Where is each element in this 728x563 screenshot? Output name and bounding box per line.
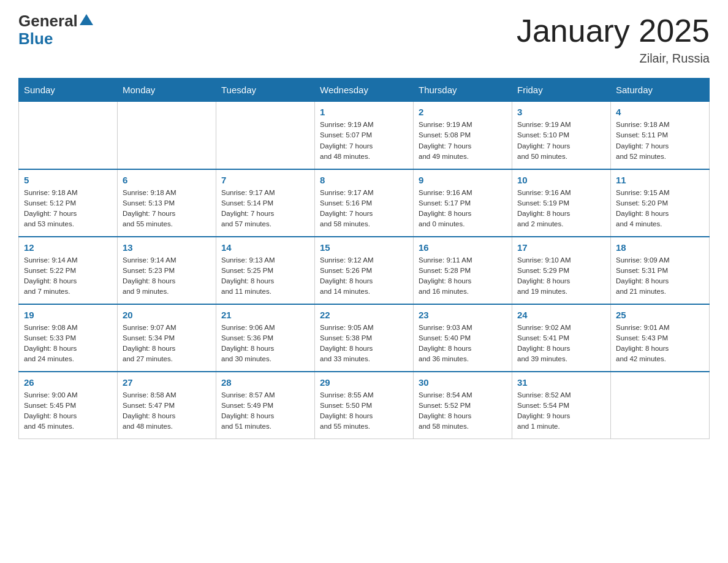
day-info: Sunrise: 9:09 AM Sunset: 5:31 PM Dayligh… (616, 255, 704, 297)
day-info: Sunrise: 8:55 AM Sunset: 5:50 PM Dayligh… (320, 390, 408, 432)
day-info: Sunrise: 9:16 AM Sunset: 5:19 PM Dayligh… (517, 188, 605, 230)
day-info: Sunrise: 9:19 AM Sunset: 5:08 PM Dayligh… (419, 120, 507, 162)
calendar-cell: 14Sunrise: 9:13 AM Sunset: 5:25 PM Dayli… (216, 237, 315, 304)
day-number: 17 (517, 242, 605, 253)
weekday-header-friday: Friday (512, 79, 611, 102)
logo-blue-text: Blue (18, 29, 53, 48)
day-info: Sunrise: 8:52 AM Sunset: 5:54 PM Dayligh… (517, 390, 605, 432)
day-info: Sunrise: 8:54 AM Sunset: 5:52 PM Dayligh… (419, 390, 507, 432)
day-info: Sunrise: 9:05 AM Sunset: 5:38 PM Dayligh… (320, 323, 408, 365)
day-number: 31 (517, 377, 605, 388)
calendar-cell: 30Sunrise: 8:54 AM Sunset: 5:52 PM Dayli… (414, 372, 512, 439)
calendar-week-row: 12Sunrise: 9:14 AM Sunset: 5:22 PM Dayli… (19, 237, 710, 304)
day-info: Sunrise: 9:15 AM Sunset: 5:20 PM Dayligh… (616, 188, 704, 230)
location: Zilair, Russia (517, 52, 710, 66)
calendar-cell: 24Sunrise: 9:02 AM Sunset: 5:41 PM Dayli… (512, 304, 611, 372)
day-info: Sunrise: 9:01 AM Sunset: 5:43 PM Dayligh… (616, 323, 704, 365)
calendar-cell: 15Sunrise: 9:12 AM Sunset: 5:26 PM Dayli… (315, 237, 414, 304)
calendar-week-row: 19Sunrise: 9:08 AM Sunset: 5:33 PM Dayli… (19, 304, 710, 372)
calendar-cell (118, 102, 216, 169)
day-number: 20 (123, 310, 211, 320)
day-number: 7 (221, 175, 309, 185)
weekday-header-tuesday: Tuesday (216, 79, 315, 102)
logo: General Blue (18, 12, 93, 47)
month-title: January 2025 (517, 12, 710, 49)
calendar-cell: 31Sunrise: 8:52 AM Sunset: 5:54 PM Dayli… (512, 372, 611, 439)
day-info: Sunrise: 9:07 AM Sunset: 5:34 PM Dayligh… (123, 323, 211, 365)
calendar-cell: 21Sunrise: 9:06 AM Sunset: 5:36 PM Dayli… (216, 304, 315, 372)
day-number: 27 (123, 377, 211, 388)
calendar-cell: 16Sunrise: 9:11 AM Sunset: 5:28 PM Dayli… (414, 237, 512, 304)
day-info: Sunrise: 9:10 AM Sunset: 5:29 PM Dayligh… (517, 255, 605, 297)
calendar-cell: 17Sunrise: 9:10 AM Sunset: 5:29 PM Dayli… (512, 237, 611, 304)
calendar-cell: 4Sunrise: 9:18 AM Sunset: 5:11 PM Daylig… (611, 102, 710, 169)
day-info: Sunrise: 9:16 AM Sunset: 5:17 PM Dayligh… (419, 188, 507, 230)
calendar-cell: 6Sunrise: 9:18 AM Sunset: 5:13 PM Daylig… (118, 169, 216, 237)
day-number: 21 (221, 310, 309, 320)
weekday-header-row: SundayMondayTuesdayWednesdayThursdayFrid… (19, 79, 710, 102)
day-number: 11 (616, 175, 704, 185)
title-block: January 2025 Zilair, Russia (517, 12, 710, 66)
day-number: 14 (221, 242, 309, 253)
day-info: Sunrise: 9:17 AM Sunset: 5:14 PM Dayligh… (221, 188, 309, 230)
day-number: 22 (320, 310, 408, 320)
day-number: 16 (419, 242, 507, 253)
calendar-cell: 10Sunrise: 9:16 AM Sunset: 5:19 PM Dayli… (512, 169, 611, 237)
calendar-cell: 23Sunrise: 9:03 AM Sunset: 5:40 PM Dayli… (414, 304, 512, 372)
calendar-cell: 19Sunrise: 9:08 AM Sunset: 5:33 PM Dayli… (19, 304, 118, 372)
day-number: 5 (24, 175, 112, 185)
day-info: Sunrise: 9:19 AM Sunset: 5:07 PM Dayligh… (320, 120, 408, 162)
calendar-cell: 8Sunrise: 9:17 AM Sunset: 5:16 PM Daylig… (315, 169, 414, 237)
day-number: 15 (320, 242, 408, 253)
calendar-cell: 18Sunrise: 9:09 AM Sunset: 5:31 PM Dayli… (611, 237, 710, 304)
day-number: 26 (24, 377, 112, 388)
calendar-cell: 25Sunrise: 9:01 AM Sunset: 5:43 PM Dayli… (611, 304, 710, 372)
day-number: 13 (123, 242, 211, 253)
calendar-cell: 11Sunrise: 9:15 AM Sunset: 5:20 PM Dayli… (611, 169, 710, 237)
day-number: 3 (517, 107, 605, 117)
calendar-cell: 3Sunrise: 9:19 AM Sunset: 5:10 PM Daylig… (512, 102, 611, 169)
weekday-header-thursday: Thursday (414, 79, 512, 102)
day-number: 10 (517, 175, 605, 185)
day-number: 8 (320, 175, 408, 185)
calendar-cell: 27Sunrise: 8:58 AM Sunset: 5:47 PM Dayli… (118, 372, 216, 439)
day-info: Sunrise: 9:14 AM Sunset: 5:23 PM Dayligh… (123, 255, 211, 297)
weekday-header-monday: Monday (118, 79, 216, 102)
calendar-cell: 26Sunrise: 9:00 AM Sunset: 5:45 PM Dayli… (19, 372, 118, 439)
day-number: 24 (517, 310, 605, 320)
day-info: Sunrise: 9:13 AM Sunset: 5:25 PM Dayligh… (221, 255, 309, 297)
calendar-cell: 2Sunrise: 9:19 AM Sunset: 5:08 PM Daylig… (414, 102, 512, 169)
weekday-header-sunday: Sunday (19, 79, 118, 102)
day-info: Sunrise: 8:57 AM Sunset: 5:49 PM Dayligh… (221, 390, 309, 432)
day-info: Sunrise: 9:18 AM Sunset: 5:11 PM Dayligh… (616, 120, 704, 162)
calendar-cell: 20Sunrise: 9:07 AM Sunset: 5:34 PM Dayli… (118, 304, 216, 372)
day-info: Sunrise: 9:11 AM Sunset: 5:28 PM Dayligh… (419, 255, 507, 297)
day-number: 19 (24, 310, 112, 320)
day-info: Sunrise: 9:03 AM Sunset: 5:40 PM Dayligh… (419, 323, 507, 365)
day-info: Sunrise: 9:19 AM Sunset: 5:10 PM Dayligh… (517, 120, 605, 162)
calendar-cell: 12Sunrise: 9:14 AM Sunset: 5:22 PM Dayli… (19, 237, 118, 304)
logo-triangle-icon (80, 14, 93, 25)
calendar-cell (216, 102, 315, 169)
calendar-cell: 7Sunrise: 9:17 AM Sunset: 5:14 PM Daylig… (216, 169, 315, 237)
day-number: 18 (616, 242, 704, 253)
weekday-header-saturday: Saturday (611, 79, 710, 102)
day-number: 12 (24, 242, 112, 253)
day-info: Sunrise: 9:06 AM Sunset: 5:36 PM Dayligh… (221, 323, 309, 365)
day-number: 29 (320, 377, 408, 388)
calendar-cell: 9Sunrise: 9:16 AM Sunset: 5:17 PM Daylig… (414, 169, 512, 237)
calendar-cell (19, 102, 118, 169)
weekday-header-wednesday: Wednesday (315, 79, 414, 102)
day-info: Sunrise: 9:00 AM Sunset: 5:45 PM Dayligh… (24, 390, 112, 432)
calendar-week-row: 5Sunrise: 9:18 AM Sunset: 5:12 PM Daylig… (19, 169, 710, 237)
day-info: Sunrise: 9:02 AM Sunset: 5:41 PM Dayligh… (517, 323, 605, 365)
calendar-week-row: 26Sunrise: 9:00 AM Sunset: 5:45 PM Dayli… (19, 372, 710, 439)
calendar-cell: 29Sunrise: 8:55 AM Sunset: 5:50 PM Dayli… (315, 372, 414, 439)
day-number: 9 (419, 175, 507, 185)
day-number: 30 (419, 377, 507, 388)
calendar-cell: 1Sunrise: 9:19 AM Sunset: 5:07 PM Daylig… (315, 102, 414, 169)
page-header: General Blue January 2025 Zilair, Russia (18, 12, 710, 66)
day-info: Sunrise: 9:17 AM Sunset: 5:16 PM Dayligh… (320, 188, 408, 230)
day-number: 4 (616, 107, 704, 117)
calendar-cell: 28Sunrise: 8:57 AM Sunset: 5:49 PM Dayli… (216, 372, 315, 439)
